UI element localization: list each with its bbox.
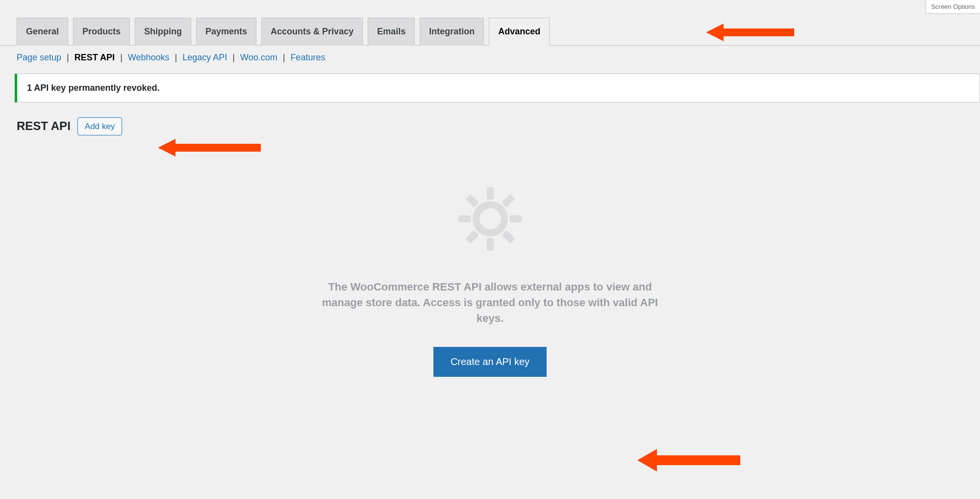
page-title: REST API [17,119,71,133]
svg-rect-3 [509,215,522,222]
subnav-webhooks[interactable]: Webhooks [128,53,170,62]
separator: | [173,53,180,62]
screen-options-button[interactable]: Screen Options [926,0,980,14]
svg-rect-0 [486,187,493,199]
separator: | [64,53,72,62]
tab-products[interactable]: Products [73,18,130,46]
arrow-annotation-icon [158,136,261,159]
advanced-subnav: Page setup | REST API | Webhooks | Legac… [17,53,980,63]
empty-state: The WooCommerce REST API allows external… [0,175,980,377]
separator: | [230,53,237,62]
empty-state-text: The WooCommerce REST API allows external… [314,279,667,326]
settings-tabs: General Products Shipping Payments Accou… [0,0,980,46]
tab-emails[interactable]: Emails [368,18,415,46]
subnav-page-setup[interactable]: Page setup [17,53,61,62]
tab-payments[interactable]: Payments [196,18,256,46]
svg-marker-9 [158,139,261,157]
svg-rect-1 [486,238,493,251]
tab-general[interactable]: General [17,18,68,46]
subnav-rest-api[interactable]: REST API [75,53,115,62]
tab-accounts-privacy[interactable]: Accounts & Privacy [261,18,363,46]
tab-advanced[interactable]: Advanced [489,18,550,46]
svg-rect-2 [458,215,471,222]
success-notice: 1 API key permanently revoked. [15,74,980,103]
svg-rect-7 [501,230,515,244]
subnav-woo-com[interactable]: Woo.com [240,53,277,62]
svg-rect-5 [465,230,479,244]
subnav-features[interactable]: Features [290,53,325,62]
add-key-button[interactable]: Add key [77,117,122,136]
separator: | [280,53,288,62]
svg-rect-4 [501,194,515,208]
tab-shipping[interactable]: Shipping [135,18,191,46]
create-api-key-button[interactable]: Create an API key [433,347,547,377]
separator: | [118,53,125,62]
tab-integration[interactable]: Integration [420,18,484,46]
gear-icon [446,175,534,264]
svg-rect-6 [465,194,479,208]
notice-text: 1 API key permanently revoked. [27,83,159,93]
subnav-legacy-api[interactable]: Legacy API [182,53,227,62]
